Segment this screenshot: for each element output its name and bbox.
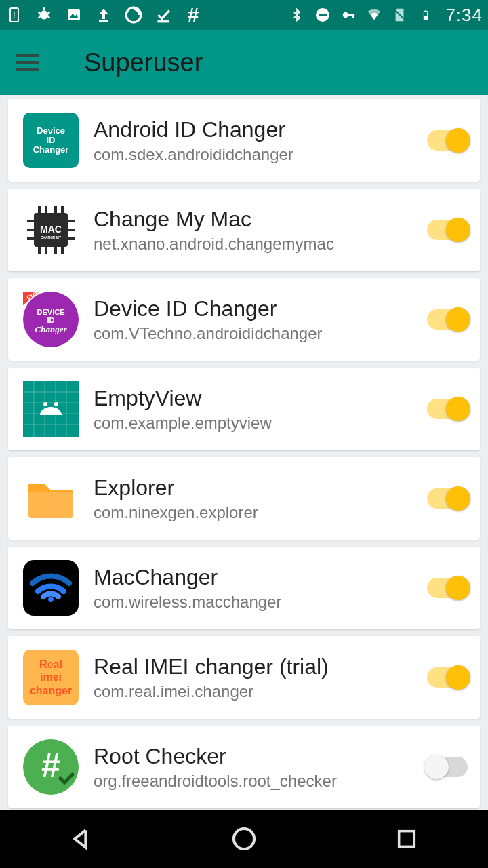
- svg-point-2: [40, 11, 49, 20]
- svg-line-5: [47, 12, 49, 14]
- no-sim-icon: [391, 6, 409, 24]
- hash-icon: #: [184, 6, 202, 24]
- svg-rect-65: [399, 831, 415, 847]
- app-icon: FreeDEVICEIDChanger: [23, 292, 79, 347]
- status-bar: ! #: [0, 0, 488, 30]
- app-package-label: com.VTechno.androididchanger: [94, 324, 427, 343]
- svg-text:!: !: [13, 10, 15, 20]
- vpn-key-icon: [340, 6, 357, 24]
- app-package-label: com.real.imei.changer: [94, 682, 427, 701]
- svg-rect-20: [425, 10, 427, 11]
- permission-toggle[interactable]: [427, 578, 468, 598]
- app-package-label: com.sdex.androididchanger: [94, 145, 427, 164]
- app-icon: Realimeichanger: [23, 650, 79, 705]
- svg-rect-10: [99, 20, 108, 22]
- svg-point-15: [343, 12, 348, 18]
- app-icon: [23, 471, 79, 526]
- app-name-label: EmptyView: [94, 386, 427, 411]
- app-row[interactable]: MACCHANGE MYChange My Macnet.xnano.andro…: [8, 189, 480, 271]
- phone-alert-icon: !: [5, 6, 23, 24]
- svg-text:MAC: MAC: [40, 224, 62, 235]
- debug-icon: [35, 6, 53, 24]
- app-row[interactable]: DeviceIDChangerAndroid ID Changercom.sde…: [8, 99, 480, 182]
- app-name-label: MacChanger: [94, 565, 427, 590]
- app-row[interactable]: Explorercom.ninexgen.explorer: [8, 457, 480, 540]
- svg-text:#: #: [41, 747, 60, 785]
- svg-text:ID: ID: [47, 316, 55, 324]
- app-package-label: net.xnano.android.changemymac: [94, 235, 427, 254]
- upload-icon: [95, 6, 113, 24]
- app-bar: Superuser: [0, 30, 488, 95]
- app-package-label: org.freeandroidtools.root_checker: [94, 772, 427, 791]
- permission-toggle[interactable]: [427, 488, 468, 509]
- app-icon: [23, 381, 79, 437]
- svg-line-4: [38, 12, 40, 14]
- svg-point-54: [54, 402, 58, 406]
- app-name-label: Root Checker: [94, 744, 427, 769]
- recent-button[interactable]: [391, 823, 422, 854]
- home-button[interactable]: [228, 823, 260, 854]
- permission-toggle[interactable]: [427, 399, 468, 419]
- app-list[interactable]: DeviceIDChangerAndroid ID Changercom.sde…: [0, 95, 488, 868]
- battery-icon: [417, 6, 434, 24]
- back-button[interactable]: [66, 823, 97, 854]
- status-time: 7:34: [443, 5, 483, 26]
- svg-rect-21: [424, 16, 428, 19]
- app-row[interactable]: EmptyViewcom.example.emptyview: [8, 368, 480, 450]
- svg-text:DEVICE: DEVICE: [37, 308, 65, 316]
- app-row[interactable]: RealimeichangerReal IMEI changer (trial)…: [8, 636, 480, 719]
- permission-toggle[interactable]: [427, 757, 468, 777]
- app-name-label: Android ID Changer: [94, 117, 427, 142]
- app-row[interactable]: FreeDEVICEIDChangerDevice ID Changercom.…: [8, 278, 480, 361]
- permission-toggle[interactable]: [427, 309, 468, 330]
- app-icon: DeviceIDChanger: [23, 113, 79, 168]
- app-name-label: Explorer: [94, 475, 427, 500]
- svg-rect-14: [319, 14, 327, 16]
- menu-button[interactable]: [16, 47, 46, 77]
- app-package-label: com.example.emptyview: [94, 414, 427, 433]
- svg-point-64: [234, 829, 254, 849]
- permission-toggle[interactable]: [427, 130, 468, 151]
- navigation-bar: [0, 810, 488, 868]
- app-package-label: com.ninexgen.explorer: [94, 503, 427, 522]
- app-icon: #: [23, 739, 79, 795]
- svg-point-53: [43, 402, 47, 406]
- svg-line-6: [38, 16, 40, 18]
- app-icon: [23, 560, 79, 616]
- check-icon: [155, 6, 172, 24]
- wifi-icon: [365, 6, 383, 24]
- permission-toggle[interactable]: [427, 667, 468, 688]
- app-row[interactable]: #Root Checkerorg.freeandroidtools.root_c…: [8, 726, 480, 808]
- svg-text:Changer: Changer: [35, 324, 68, 334]
- app-title: Superuser: [84, 48, 203, 77]
- app-name-label: Real IMEI changer (trial): [94, 654, 427, 679]
- dnd-icon: [314, 6, 331, 24]
- app-icon: MACCHANGE MY: [23, 202, 79, 258]
- svg-text:CHANGE MY: CHANGE MY: [41, 235, 62, 239]
- image-icon: [65, 6, 83, 24]
- app-row[interactable]: MacChangercom.wireless.macchanger: [8, 547, 480, 629]
- app-package-label: com.wireless.macchanger: [94, 593, 427, 612]
- permission-toggle[interactable]: [427, 220, 468, 240]
- svg-rect-17: [352, 14, 354, 18]
- svg-line-7: [47, 16, 49, 18]
- app-name-label: Device ID Changer: [94, 296, 427, 321]
- app-name-label: Change My Mac: [94, 207, 427, 232]
- bluetooth-icon: [288, 6, 306, 24]
- firefox-icon: [125, 6, 142, 24]
